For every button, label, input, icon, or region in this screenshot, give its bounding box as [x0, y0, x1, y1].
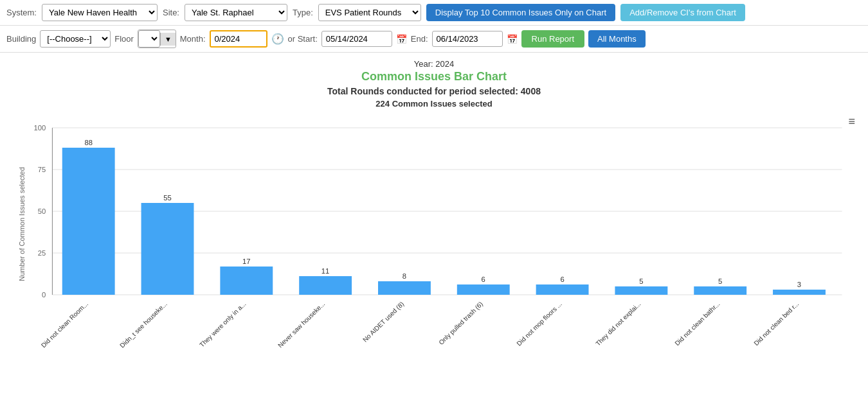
- system-label: System:: [6, 8, 37, 17]
- svg-text:25: 25: [38, 249, 46, 257]
- floor-dropdown-btn[interactable]: ▼: [160, 33, 176, 46]
- svg-text:50: 50: [38, 207, 46, 215]
- svg-text:88: 88: [84, 139, 93, 146]
- system-select[interactable]: Yale New Haven Health: [42, 4, 158, 21]
- all-months-button[interactable]: All Months: [588, 30, 646, 48]
- chart-menu-icon[interactable]: ≡: [848, 115, 855, 128]
- filters-bar: Building [--Choose--] Floor ▼ Month: 🕐 o…: [0, 26, 868, 53]
- svg-text:6: 6: [560, 275, 564, 283]
- type-select[interactable]: EVS Patient Rounds: [318, 4, 421, 21]
- bar-6: [536, 284, 589, 295]
- building-label: Building: [6, 34, 36, 44]
- y-axis-label: Number of Common Issues selected: [18, 167, 26, 281]
- site-select[interactable]: Yale St. Raphael: [185, 4, 287, 21]
- issues-label: Common Issues selected: [392, 99, 493, 109]
- svg-text:100: 100: [33, 124, 46, 132]
- bar-0: [62, 148, 115, 295]
- bar-1: [141, 203, 194, 295]
- floor-select[interactable]: [138, 30, 160, 48]
- bar-9: [773, 290, 826, 295]
- bar-3: [299, 276, 352, 295]
- floor-wrapper: ▼: [138, 30, 176, 48]
- chart-title: Common Issues Bar Chart: [13, 70, 855, 83]
- svg-text:No AIDET used (8): No AIDET used (8): [361, 301, 405, 344]
- site-wrapper: Yale St. Raphael: [185, 4, 287, 21]
- svg-text:5: 5: [639, 277, 643, 285]
- svg-text:Did not clean Room...: Did not clean Room...: [40, 301, 89, 348]
- svg-text:Never saw houseke...: Never saw houseke...: [276, 301, 326, 348]
- svg-text:Did not clean bathr...: Did not clean bathr...: [673, 301, 721, 347]
- top-toolbar: System: Yale New Haven Health Site: Yale…: [0, 0, 868, 26]
- svg-text:Only pulled trash (6): Only pulled trash (6): [437, 301, 484, 346]
- bar-2: [220, 267, 273, 295]
- month-input[interactable]: [210, 30, 267, 48]
- type-label: Type:: [293, 8, 313, 17]
- bar-4: [378, 281, 431, 295]
- end-label: End:: [411, 34, 428, 44]
- svg-text:8: 8: [402, 272, 406, 280]
- svg-text:17: 17: [242, 258, 251, 265]
- bar-8: [694, 286, 746, 295]
- end-date-input[interactable]: [432, 31, 503, 47]
- bar-chart-svg: Number of Common Issues selected 100 75 …: [13, 115, 855, 333]
- svg-text:3: 3: [797, 281, 801, 288]
- chart-subtitle: Total Rounds conducted for period select…: [13, 86, 855, 96]
- calendar-icon-start[interactable]: 📅: [396, 34, 407, 44]
- chart-year: Year: 2024: [13, 59, 855, 69]
- svg-text:Did not clean bed r...: Did not clean bed r...: [752, 301, 800, 347]
- svg-text:6: 6: [482, 275, 485, 283]
- svg-text:They were only in a...: They were only in a...: [198, 301, 248, 348]
- svg-text:55: 55: [163, 194, 172, 202]
- or-start-label: or Start:: [288, 34, 318, 44]
- site-label: Site:: [163, 8, 179, 17]
- calendar-icon-end[interactable]: 📅: [507, 34, 518, 44]
- start-date-input[interactable]: [321, 31, 392, 47]
- svg-text:0: 0: [42, 291, 46, 299]
- chart-plot-area: ≡ Number of Common Issues selected 100 7…: [13, 115, 855, 335]
- add-remove-ci-button[interactable]: Add/Remove CI's from Chart: [620, 4, 745, 21]
- issues-count: 224: [375, 99, 390, 109]
- floor-label: Floor: [114, 34, 134, 44]
- svg-text:Didn_t see houseke...: Didn_t see houseke...: [118, 301, 168, 348]
- chart-container: Year: 2024 Common Issues Bar Chart Total…: [0, 53, 868, 348]
- clock-icon: 🕐: [271, 33, 284, 45]
- svg-text:5: 5: [718, 277, 722, 285]
- svg-text:11: 11: [321, 267, 330, 275]
- display-top10-button[interactable]: Display Top 10 Common Issues Only on Cha…: [426, 4, 615, 21]
- bar-5: [457, 284, 510, 295]
- svg-text:75: 75: [38, 166, 46, 173]
- run-report-button[interactable]: Run Report: [521, 30, 584, 48]
- month-label: Month:: [180, 34, 206, 44]
- svg-text:They did not explai...: They did not explai...: [594, 301, 642, 347]
- bar-7: [615, 286, 667, 295]
- building-select[interactable]: [--Choose--]: [40, 30, 111, 48]
- chart-issues-info: 224 Common Issues selected: [13, 99, 855, 109]
- svg-text:Did not mop floors ...: Did not mop floors ...: [515, 301, 563, 347]
